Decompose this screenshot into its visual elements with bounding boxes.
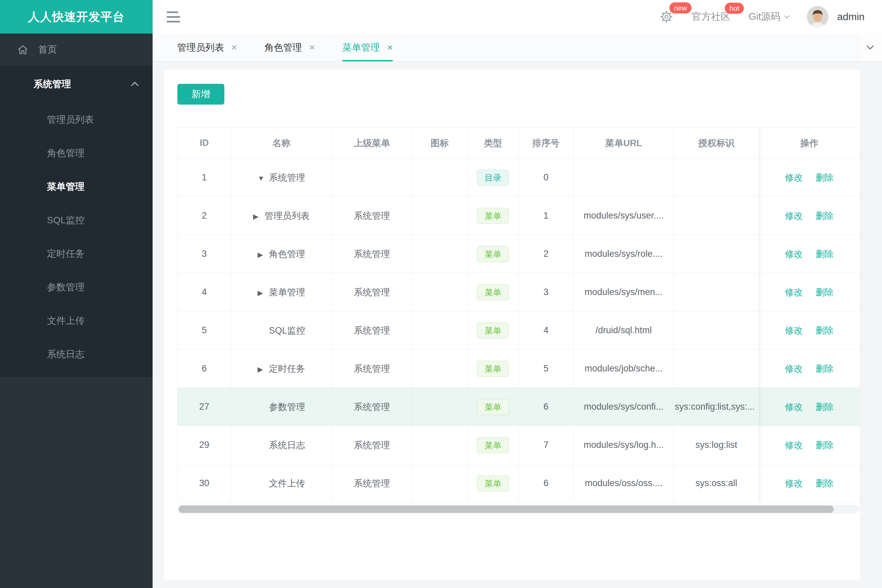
cell-parent: 系统管理 <box>332 197 412 235</box>
delete-link[interactable]: 删除 <box>816 211 834 221</box>
settings-gear-button[interactable]: new <box>659 10 673 24</box>
cell-icon <box>412 159 467 197</box>
edit-link[interactable]: 修改 <box>785 211 803 221</box>
cell-url: modules/sys/user.... <box>574 197 674 235</box>
horizontal-scrollbar[interactable] <box>177 505 859 514</box>
edit-link[interactable]: 修改 <box>785 364 803 374</box>
expand-arrow-icon[interactable] <box>258 365 269 374</box>
type-tag: 菜单 <box>477 361 509 377</box>
delete-link[interactable]: 删除 <box>816 287 834 297</box>
sidebar-item[interactable]: 系统日志 <box>0 338 153 371</box>
user-avatar[interactable] <box>807 6 828 27</box>
chevron-down-icon <box>784 13 790 18</box>
cell-name: 菜单管理 <box>231 273 332 311</box>
add-button[interactable]: 新增 <box>177 84 224 105</box>
delete-link[interactable]: 删除 <box>816 402 834 412</box>
cell-name: 角色管理 <box>231 235 332 273</box>
expand-arrow-icon[interactable] <box>253 213 264 220</box>
sidebar-group-label: 系统管理 <box>33 78 71 90</box>
tab-overflow-button[interactable] <box>858 33 882 62</box>
delete-link[interactable]: 删除 <box>816 440 834 450</box>
expand-arrow-icon[interactable] <box>258 289 269 297</box>
table-row: 5 SQL监控 系统管理 菜单 4 /druid/sql.html <box>178 311 860 350</box>
tab-close-icon[interactable]: × <box>309 42 314 53</box>
main-area: new 官方社区 hot Git源码 admin <box>153 0 882 588</box>
tab-label: 角色管理 <box>264 41 302 54</box>
edit-link[interactable]: 修改 <box>785 249 803 259</box>
sidebar-toggle-icon[interactable] <box>167 8 180 26</box>
cell-actions: 修改 删除 <box>759 197 860 235</box>
tab-close-icon[interactable]: × <box>387 42 393 53</box>
cell-id: 27 <box>178 388 231 426</box>
cell-name: 系统日志 <box>231 426 332 464</box>
username[interactable]: admin <box>837 11 865 22</box>
delete-link[interactable]: 删除 <box>816 172 834 183</box>
cell-order: 7 <box>519 426 574 464</box>
sidebar-item-label: 管理员列表 <box>47 113 94 126</box>
sidebar-item[interactable]: 菜单管理 <box>0 170 153 204</box>
git-source-link[interactable]: Git源码 <box>748 10 789 24</box>
expand-arrow-icon[interactable] <box>258 174 269 182</box>
tab-item[interactable]: 菜单管理 × <box>343 33 393 62</box>
table-header: ID 名称 上级菜单 图标 类型 排序号 菜单URL 授权标识 操作 <box>178 128 860 159</box>
menu-name: 文件上传 <box>269 478 305 488</box>
cell-id: 4 <box>178 273 231 311</box>
tab-close-icon[interactable]: × <box>231 42 237 53</box>
delete-link[interactable]: 删除 <box>816 249 834 259</box>
table-row: 1 系统管理 目录 0 <box>178 159 860 197</box>
col-name: 名称 <box>231 128 332 159</box>
cell-type: 菜单 <box>467 273 519 311</box>
col-type: 类型 <box>467 128 519 159</box>
tab-item[interactable]: 角色管理 × <box>264 33 314 62</box>
edit-link[interactable]: 修改 <box>785 326 803 336</box>
sidebar-item[interactable]: SQL监控 <box>0 204 153 237</box>
cell-name: 参数管理 <box>231 388 332 426</box>
menu-table: ID 名称 上级菜单 图标 类型 排序号 菜单URL 授权标识 操作 <box>177 128 860 502</box>
new-badge: new <box>669 2 692 14</box>
scrollbar-thumb[interactable] <box>179 506 834 513</box>
delete-link[interactable]: 删除 <box>816 478 834 488</box>
sidebar-item-label: 系统日志 <box>47 348 84 361</box>
cell-actions: 修改 删除 <box>759 273 860 311</box>
edit-link[interactable]: 修改 <box>785 478 803 488</box>
sidebar-item[interactable]: 参数管理 <box>0 270 153 304</box>
sidebar-item-home[interactable]: 首页 <box>0 33 153 65</box>
sidebar-group-header[interactable]: 系统管理 <box>0 65 153 103</box>
tab-item[interactable]: 管理员列表 × <box>177 33 237 62</box>
expand-arrow-icon[interactable] <box>258 251 269 259</box>
edit-link[interactable]: 修改 <box>785 172 803 183</box>
sidebar-item[interactable]: 定时任务 <box>0 237 153 270</box>
sidebar-item-label: 文件上传 <box>47 315 84 327</box>
hot-badge: hot <box>725 3 744 14</box>
cell-order: 3 <box>519 273 574 311</box>
col-url: 菜单URL <box>574 128 674 159</box>
type-tag: 菜单 <box>477 322 509 339</box>
type-tag: 菜单 <box>477 476 509 492</box>
edit-link[interactable]: 修改 <box>785 440 803 450</box>
chevron-up-icon <box>131 82 139 90</box>
cell-icon <box>412 464 467 502</box>
sidebar-item[interactable]: 管理员列表 <box>0 103 153 136</box>
chevron-down-icon <box>867 43 874 50</box>
tab-label: 管理员列表 <box>177 41 224 54</box>
sidebar-item-label: 菜单管理 <box>47 180 84 193</box>
sidebar-item[interactable]: 角色管理 <box>0 136 153 170</box>
delete-link[interactable]: 删除 <box>816 326 834 336</box>
community-link[interactable]: 官方社区 hot <box>691 10 730 24</box>
cell-parent: 系统管理 <box>332 273 412 311</box>
cell-id: 29 <box>178 426 231 464</box>
cell-icon <box>412 311 467 350</box>
cell-parent: 系统管理 <box>332 311 412 350</box>
cell-type: 菜单 <box>467 426 519 464</box>
cell-actions: 修改 删除 <box>759 159 860 197</box>
cell-name: SQL监控 <box>231 311 332 350</box>
cell-order: 5 <box>519 350 574 388</box>
edit-link[interactable]: 修改 <box>785 287 803 297</box>
table-body: 1 系统管理 目录 0 <box>178 159 860 502</box>
cell-name: 文件上传 <box>231 464 332 502</box>
edit-link[interactable]: 修改 <box>785 402 803 412</box>
delete-link[interactable]: 删除 <box>816 364 834 374</box>
sidebar-item[interactable]: 文件上传 <box>0 304 153 338</box>
table-row: 27 参数管理 系统管理 菜单 6 modules/sys/confi... <box>178 388 860 426</box>
cell-name: 系统管理 <box>231 159 332 197</box>
